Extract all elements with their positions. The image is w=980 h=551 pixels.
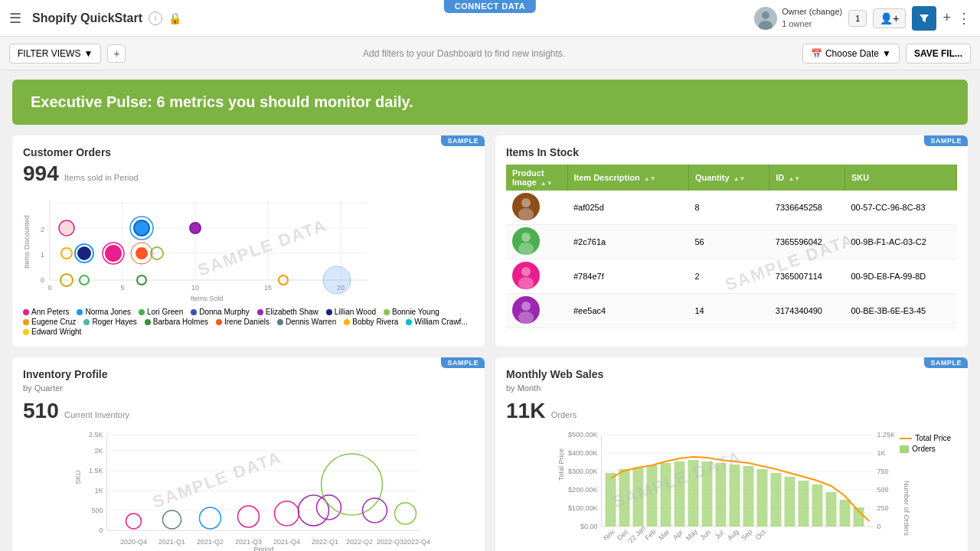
svg-text:$0.00: $0.00 (580, 523, 598, 530)
quantity-cell: 2 (688, 259, 769, 294)
svg-point-32 (136, 248, 147, 259)
legend-item: Dennis Warren (277, 318, 336, 326)
more-options-btn[interactable]: ⋮ (957, 10, 971, 27)
svg-text:Nov: Nov (602, 527, 616, 542)
svg-point-28 (78, 247, 90, 259)
svg-text:0: 0 (41, 276, 44, 284)
svg-text:0: 0 (877, 523, 881, 530)
svg-point-30 (106, 246, 121, 261)
customer-orders-card: SAMPLE Customer Orders 994 Items sold in… (12, 135, 485, 347)
svg-point-40 (521, 198, 531, 207)
svg-point-68 (238, 506, 260, 527)
svg-text:2021-Q4: 2021-Q4 (273, 538, 300, 546)
filter-bar: FILTER VIEWS ▼ + Add filters to your Das… (0, 37, 980, 70)
col-product-image[interactable]: Product Image ▲▼ (506, 165, 567, 191)
table-row: #784e7f 2 7365007114 00-9D-E8-FA-99-8D (506, 259, 957, 294)
svg-text:Items Discounted: Items Discounted (23, 215, 31, 269)
sample-badge-stock: SAMPLE (924, 135, 968, 146)
legend-item: Eugene Cruz (23, 318, 76, 326)
info-icon[interactable]: i (149, 11, 162, 25)
sample-badge-orders: SAMPLE (441, 135, 485, 146)
svg-rect-112 (688, 460, 699, 527)
filter-views-button[interactable]: FILTER VIEWS ▼ (9, 44, 101, 64)
svg-rect-107 (619, 469, 630, 527)
col-item-description[interactable]: Item Description ▲▼ (567, 165, 688, 191)
legend-orders-bar (900, 445, 909, 453)
id-cell: 7365007114 (769, 259, 845, 294)
svg-text:500: 500 (91, 507, 103, 514)
calendar-icon: 📅 (811, 48, 822, 59)
id-cell: 7336645258 (769, 191, 845, 225)
id-cell: 3174340490 (769, 294, 845, 328)
inventory-title: Inventory Profile (23, 368, 474, 380)
product-image-cell (506, 259, 567, 294)
add-person-icon: 👤+ (880, 12, 899, 24)
svg-point-74 (395, 503, 416, 524)
col-sku[interactable]: SKU (844, 165, 956, 191)
svg-text:Apr: Apr (671, 528, 684, 541)
filter-views-label: FILTER VIEWS (18, 48, 80, 59)
col-id[interactable]: ID ▲▼ (769, 165, 845, 191)
svg-text:Mar: Mar (657, 528, 671, 542)
top-nav: ☰ Shopify QuickStart i 🔒 CONNECT DATA Ow… (0, 0, 980, 37)
id-cell: 7365596042 (769, 225, 845, 259)
col-quantity[interactable]: Quantity ▲▼ (688, 165, 769, 191)
svg-point-50 (518, 311, 534, 324)
svg-text:2: 2 (41, 226, 44, 233)
svg-text:2.5K: 2.5K (89, 431, 103, 439)
filter-icon-btn[interactable] (912, 6, 936, 31)
hamburger-menu[interactable]: ☰ (9, 10, 21, 27)
svg-text:2021-Q3: 2021-Q3 (235, 538, 262, 546)
add-widget-btn[interactable]: + (942, 10, 951, 26)
legend-dot (257, 309, 263, 315)
nav-icons: i 🔒 (149, 11, 182, 26)
sku-cell: 00-57-CC-96-8C-83 (844, 191, 956, 225)
svg-text:SKU: SKU (74, 470, 82, 484)
legend-label: Bonnie Young (392, 308, 439, 316)
scatter-chart: 0 1 2 0 5 10 15 20 Items Sold Items Disc… (23, 192, 375, 303)
svg-text:2021-Q1: 2021-Q1 (158, 538, 185, 546)
svg-text:1K: 1K (94, 487, 103, 494)
legend-dot (191, 309, 197, 315)
svg-text:Aug: Aug (726, 528, 740, 542)
legend-item: Lori Green (139, 308, 183, 316)
add-owner-btn[interactable]: 👤+ (873, 8, 906, 28)
table-row: #ee5ac4 14 3174340490 00-BE-3B-6E-E3-45 (506, 294, 957, 328)
connect-data-button[interactable]: CONNECT DATA (444, 0, 536, 13)
web-sales-subtitle: by Month (506, 383, 957, 393)
legend-label: Edward Wright (31, 328, 81, 336)
choose-date-button[interactable]: 📅 Choose Date ▼ (802, 44, 900, 64)
svg-point-49 (521, 302, 531, 311)
svg-text:Sep: Sep (740, 528, 753, 542)
svg-rect-118 (771, 473, 782, 527)
owner-count-btn[interactable]: 1 (848, 10, 867, 27)
add-filter-button[interactable]: + (107, 44, 126, 63)
svg-point-36 (134, 220, 149, 236)
item-description-cell: #af025d (567, 191, 688, 225)
legend-orders-label: Orders (912, 445, 936, 453)
legend-item: Edward Wright (23, 328, 81, 336)
sku-cell: 00-BE-3B-6E-E3-45 (844, 294, 956, 328)
inventory-label: Current Inventory (64, 410, 129, 419)
svg-point-47 (518, 277, 534, 289)
svg-rect-111 (675, 461, 685, 527)
app-title: Shopify QuickStart (32, 11, 142, 25)
svg-text:Oct: Oct (754, 528, 767, 541)
customer-orders-title: Customer Orders (23, 146, 474, 158)
svg-text:Jul: Jul (714, 529, 725, 540)
legend-label: Norma Jones (85, 308, 130, 316)
svg-text:750: 750 (877, 468, 889, 475)
save-filter-button[interactable]: SAVE FIL... (906, 44, 971, 64)
svg-rect-119 (785, 477, 795, 527)
product-image-cell (506, 225, 567, 259)
legend-dot (277, 319, 283, 325)
chevron-down-icon2: ▼ (882, 48, 891, 59)
svg-text:Number of Orders: Number of Orders (903, 481, 910, 536)
web-sales-label: Orders (551, 410, 577, 419)
legend-label: Lillian Wood (335, 308, 376, 316)
svg-text:2K: 2K (94, 447, 103, 455)
svg-point-43 (521, 233, 531, 242)
svg-text:$300.00K: $300.00K (568, 468, 598, 475)
legend-dot (23, 329, 29, 335)
lock-icon[interactable]: 🔒 (167, 11, 182, 26)
